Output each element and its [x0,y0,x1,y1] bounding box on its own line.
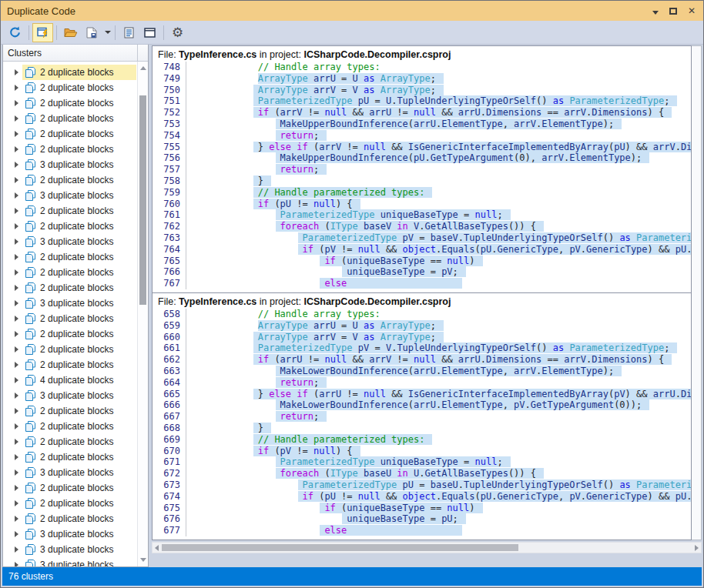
expand-icon[interactable] [15,316,22,322]
cluster-item[interactable]: 2 duplicate blocks [3,326,148,342]
cluster-item[interactable]: 2 duplicate blocks [3,95,148,111]
cluster-item[interactable]: 4 duplicate blocks [3,373,148,388]
clusters-column-header[interactable]: Clusters [3,45,148,62]
expand-icon[interactable] [15,192,22,199]
expand-icon[interactable] [15,69,22,75]
line-number: 670 [153,446,186,457]
cluster-item[interactable]: 2 duplicate blocks [3,419,148,434]
expand-icon[interactable] [15,285,22,291]
cluster-item[interactable]: 3 duplicate blocks [3,157,148,172]
cluster-item[interactable]: 2 duplicate blocks [3,249,148,265]
expand-icon[interactable] [15,300,22,306]
tool-window-button[interactable] [139,23,160,42]
expand-icon[interactable] [15,531,22,537]
scroll-up-icon[interactable] [140,66,146,70]
scroll-left-icon[interactable] [155,545,159,551]
expand-icon[interactable] [15,177,22,183]
expand-icon[interactable] [15,331,22,337]
cluster-item[interactable]: 2 duplicate blocks [3,280,148,296]
expand-icon[interactable] [15,208,22,214]
expand-icon[interactable] [15,500,22,506]
cluster-item[interactable]: 2 duplicate blocks [3,65,148,80]
code-line: 750 ArrayType arrV = V as ArrayType; [153,85,691,96]
expand-icon[interactable] [15,562,22,566]
cluster-item[interactable]: 3 duplicate blocks [3,542,148,557]
cluster-item[interactable]: 2 duplicate blocks [3,203,148,219]
expand-icon[interactable] [15,377,22,383]
cluster-item[interactable]: 2 duplicate blocks [3,342,148,357]
cluster-item[interactable]: 2 duplicate blocks [3,142,148,157]
horizontal-scrollbar-thumb[interactable] [162,544,518,551]
cluster-item-label: 3 duplicate blocks [40,529,113,540]
open-folder-button[interactable] [60,23,81,42]
cluster-item[interactable]: 2 duplicate blocks [3,403,148,419]
code-body-0[interactable]: 748 // Handle array types:749 ArrayType … [153,62,691,292]
expand-icon[interactable] [15,85,22,91]
expand-icon[interactable] [15,423,22,429]
analyze-on-build-toggle[interactable] [32,23,53,42]
expand-icon[interactable] [15,469,22,476]
maximize-icon[interactable] [669,5,677,17]
expand-icon[interactable] [15,100,22,106]
code-line: 753 MakeUpperBoundInference(arrU.Element… [153,119,691,130]
expand-icon[interactable] [15,269,22,276]
cluster-item[interactable]: 3 duplicate blocks [3,526,148,542]
cluster-item[interactable]: 2 duplicate blocks [3,434,148,449]
cluster-item[interactable]: 2 duplicate blocks [3,496,148,511]
cluster-item[interactable]: 2 duplicate blocks [3,357,148,373]
expand-icon[interactable] [15,362,22,368]
expand-icon[interactable] [15,254,22,260]
expand-icon[interactable] [15,131,22,137]
expand-icon[interactable] [15,485,22,491]
cluster-item[interactable]: 3 duplicate blocks [3,188,148,203]
cluster-item[interactable]: 2 duplicate blocks [3,311,148,326]
code-line: 662 if (arrU != null && arrV != null && … [153,354,691,366]
code-line: 758 } [153,175,691,187]
expand-icon[interactable] [15,454,22,460]
save-dropdown[interactable] [102,23,112,42]
cluster-item-label: 2 duplicate blocks [40,329,113,339]
scroll-down-icon[interactable] [140,558,146,562]
expand-icon[interactable] [15,516,22,522]
scroll-right-icon[interactable] [695,545,699,551]
code-line: 757 return; [153,164,691,175]
report-button[interactable] [119,23,139,42]
cluster-item[interactable]: 3 duplicate blocks [3,234,148,249]
window-position-menu-icon[interactable] [652,5,659,17]
expand-icon[interactable] [15,408,22,414]
sidebar-scrollbar[interactable] [137,62,148,566]
code-line: 760 if (pU != null) { [153,199,691,210]
expand-icon[interactable] [15,546,22,553]
clusters-header-label: Clusters [3,45,138,61]
expand-icon[interactable] [15,115,22,122]
cluster-item[interactable]: 2 duplicate blocks [3,80,148,95]
cluster-item[interactable]: 3 duplicate blocks [3,465,148,480]
code-vertical-scrollbar[interactable] [692,45,702,540]
cluster-item[interactable]: 3 duplicate blocks [3,296,148,311]
cluster-item[interactable]: 2 duplicate blocks [3,511,148,526]
cluster-item[interactable]: 3 duplicate blocks [3,388,148,403]
cluster-item[interactable]: 3 duplicate blocks [3,557,148,566]
expand-icon[interactable] [15,239,22,245]
code-line: 751 ParameterizedType pU = U.TupleUnderl… [153,95,691,107]
cluster-item[interactable]: 2 duplicate blocks [3,449,148,465]
sidebar-scrollbar-thumb[interactable] [139,95,146,305]
close-icon[interactable]: ✕ [688,6,696,15]
expand-icon[interactable] [15,146,22,152]
cluster-item[interactable]: 2 duplicate blocks [3,480,148,496]
expand-icon[interactable] [15,346,22,352]
settings-button[interactable]: ⚙ [167,23,188,42]
expand-icon[interactable] [15,439,22,445]
expand-icon[interactable] [15,393,22,399]
refresh-button[interactable] [5,23,25,42]
cluster-item[interactable]: 2 duplicate blocks [3,265,148,280]
save-results-button[interactable] [81,23,102,42]
expand-icon[interactable] [15,223,22,229]
code-body-1[interactable]: 658 // Handle array types:659 ArrayType … [153,309,691,540]
cluster-item[interactable]: 2 duplicate blocks [3,172,148,188]
cluster-item[interactable]: 2 duplicate blocks [3,219,148,234]
cluster-item[interactable]: 2 duplicate blocks [3,126,148,142]
code-horizontal-scrollbar[interactable] [152,542,702,553]
cluster-item[interactable]: 2 duplicate blocks [3,111,148,126]
expand-icon[interactable] [15,162,22,168]
